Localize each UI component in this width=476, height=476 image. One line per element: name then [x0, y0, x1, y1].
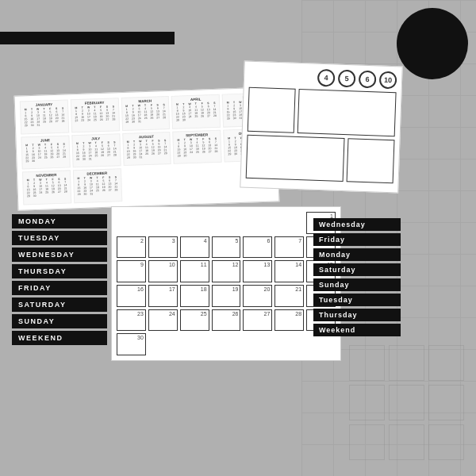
cal-cell: 11 [180, 260, 209, 282]
cal-cell: 4 [180, 236, 209, 259]
month-block: NOVEMBERMTWTFSS1234567891011121314151617… [22, 171, 71, 205]
card-days-left: MONDAY TUESDAY WEDNESDAY THURSDAY FRIDAY… [12, 214, 107, 345]
day-friday: FRIDAY [12, 281, 107, 295]
day-tuesday: TUESDAY [12, 231, 107, 245]
card-month-calendar: 1234567891011121314151617181920212223242… [111, 206, 341, 361]
day-right-tuesday: Tuesday [313, 294, 401, 306]
cal-cell [117, 212, 146, 234]
cal-cell [274, 212, 304, 234]
card-days-right: Wednesday Friday Monday Saturday Sunday … [313, 218, 401, 336]
cal-cell: 18 [180, 285, 209, 307]
day-right-saturday: Saturday [313, 263, 401, 276]
bg-sq-7 [349, 424, 385, 460]
cal-cell [243, 333, 272, 355]
month-block: AUGUSTMTWTFSS123456789101112131415161718… [122, 132, 171, 167]
circle-4: 4 [317, 69, 336, 87]
circle-10: 10 [379, 71, 397, 90]
day-monday: MONDAY [12, 214, 107, 228]
card-calendar-months: JANUARYMTWTFSS12345678910111213141516171… [14, 86, 280, 210]
cal-cell: 3 [148, 236, 178, 259]
cal-cell [243, 212, 272, 234]
cal-cell: 2 [117, 236, 146, 259]
cal-cell: 27 [243, 309, 272, 332]
photo-box-wide-1 [298, 89, 397, 136]
day-saturday: SATURDAY [12, 298, 107, 312]
bg-sq-2 [389, 345, 424, 381]
cal-cell: 14 [274, 260, 304, 282]
circle-5: 5 [338, 70, 356, 88]
month-block: APRILMTWTFSS1234567891011121314151617181… [171, 94, 221, 129]
bg-sq-8 [389, 424, 424, 460]
month-block: DECEMBERMTWTFSS1234567891011121314151617… [73, 168, 122, 203]
cal-cell: 23 [117, 309, 146, 332]
photo-box-1 [248, 87, 296, 133]
photo-box-2 [346, 138, 394, 184]
cal-cell: 7 [274, 236, 304, 259]
cal-cell: 26 [212, 309, 241, 332]
cal-cell: 30 [117, 333, 146, 355]
day-right-monday: Monday [313, 248, 401, 261]
cal-cell: 9 [117, 260, 146, 282]
month-block: JULYMTWTFSS12345678910111213141516171819… [71, 133, 121, 168]
circle-6: 6 [359, 71, 377, 89]
photo-boxes [246, 87, 397, 183]
day-right-wednesday: Wednesday [313, 218, 401, 231]
cal-cell: 28 [274, 309, 304, 332]
cal-cell: 12 [212, 260, 241, 282]
day-thursday: THURSDAY [12, 264, 107, 278]
bg-sq-3 [428, 345, 464, 381]
day-right-sunday: Sunday [313, 278, 401, 291]
cal-cell: 21 [274, 285, 304, 307]
cal-cell: 16 [117, 285, 146, 307]
badge-circle [397, 8, 468, 79]
day-wednesday: WEDNESDAY [12, 248, 107, 262]
cal-cell [212, 212, 241, 234]
month-block: JUNEMTWTFSS12345678910111213141516171819… [21, 135, 70, 170]
month-block: SEPTEMBERMTWTFSS123456789101112131415161… [173, 129, 222, 164]
circle-numbers-row: 4 5 6 10 [249, 67, 397, 89]
cal-cell [306, 333, 336, 355]
day-sunday: SUNDAY [12, 314, 107, 328]
cal-cell [180, 333, 209, 355]
month-cal-grid: 1234567891011121314151617181920212223242… [117, 212, 336, 355]
cal-cell: 6 [243, 236, 272, 259]
month-block: FEBRUARYMTWTFSS1234567891011121314151617… [71, 98, 120, 132]
month-block: JANUARYMTWTFSS12345678910111213141516171… [20, 99, 69, 134]
day-right-friday: Friday [313, 233, 401, 246]
cal-cell: 17 [148, 285, 178, 307]
bg-sq-9 [428, 424, 464, 460]
card-photo-layout: 4 5 6 10 [240, 61, 402, 194]
cal-cell: 19 [212, 285, 241, 307]
day-right-weekend: Weekend [313, 324, 401, 336]
cal-cell: 24 [148, 309, 178, 332]
cal-cell: 20 [243, 285, 272, 307]
photo-box-wide-2 [246, 134, 345, 182]
months-grid: JANUARYMTWTFSS12345678910111213141516171… [20, 93, 274, 205]
cal-cell: 10 [148, 260, 178, 282]
day-right-thursday: Thursday [313, 309, 401, 321]
cal-cell [212, 333, 241, 355]
cal-cell: 25 [180, 309, 209, 332]
bg-squares [349, 345, 464, 460]
cal-cell [148, 333, 178, 355]
cal-cell [180, 212, 209, 234]
cal-cell: 5 [212, 236, 241, 259]
header-banner [0, 32, 175, 44]
day-weekend: WEEKEND [12, 331, 107, 345]
cal-cell [148, 212, 178, 234]
bg-sq-5 [389, 385, 424, 420]
bg-sq-6 [428, 385, 464, 420]
bg-sq-4 [349, 385, 385, 420]
cal-cell: 13 [243, 260, 272, 282]
cal-cell [274, 333, 304, 355]
month-block: MARCHMTWTFSS1234567891011121314151617181… [121, 96, 170, 131]
bg-sq-1 [349, 345, 385, 381]
